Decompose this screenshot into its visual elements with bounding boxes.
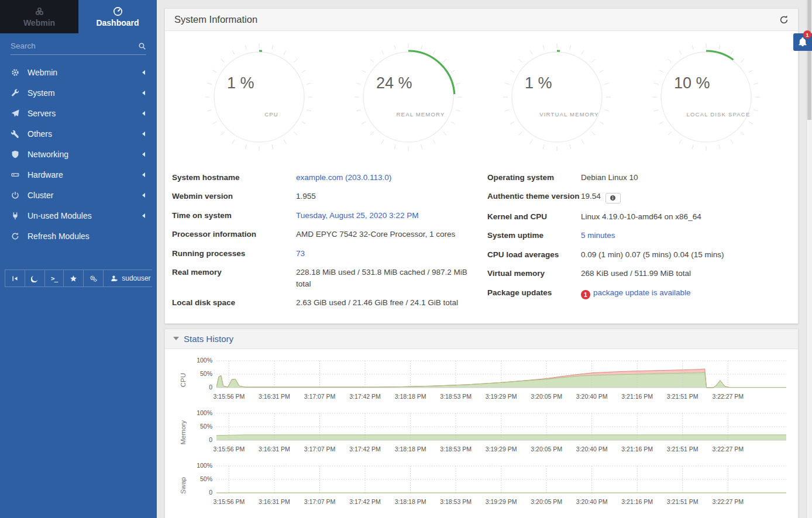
scrollbar[interactable] [806,0,812,518]
refresh-page-button[interactable] [779,15,789,25]
info-row-processor-information: Processor information AMD EPYC 7542 32-C… [172,225,471,244]
sidebar-toolbar: >_ sudouser [5,270,152,287]
search-input[interactable] [11,42,138,50]
favorites-button[interactable] [64,270,84,286]
caret-left-icon [140,193,145,198]
gauge-local-disk-space: 10 % LOCAL DISK SPACE [651,42,762,153]
sidebar-item-un-used-modules[interactable]: Un-used Modules [0,205,157,226]
stats-history-header[interactable]: Stats History [165,329,798,349]
x-tick-label: 3:22:27 PM [712,446,744,453]
info-row-real-memory: Real memory 228.18 MiB used / 531.8 MiB … [172,263,471,293]
info-label: Local disk space [172,297,296,309]
chart-axis-title: Memory [176,411,191,455]
sidebar-item-refresh-modules[interactable]: Refresh Modules [0,226,157,246]
sidebar-item-cluster[interactable]: Cluster [0,185,157,205]
stats-history-panel: Stats History CPU 100% 50% 0 3:15:56 PM3… [164,329,799,518]
x-tick-label: 3:21:51 PM [667,393,699,400]
x-tick-label: 3:18:18 PM [395,393,426,400]
y-tick-label: 0 [209,489,212,496]
y-tick-label: 100% [197,357,212,364]
sidebar-item-servers[interactable]: Servers [0,103,157,123]
theme-info-button[interactable] [605,193,621,203]
tab-webmin[interactable]: Webmin [0,0,78,33]
chart-swap: Swap 100% 50% 0 3:15:56 PM3:16:31 PM3:17… [176,464,786,507]
x-tick-label: 3:15:56 PM [214,393,245,400]
sidebar-item-system[interactable]: System [0,82,157,103]
info-label: System hostname [172,172,296,184]
chart-x-axis: 3:15:56 PM3:16:31 PM3:17:07 PM3:17:42 PM… [216,393,786,402]
x-tick-label: 3:20:05 PM [531,498,562,505]
info-column-right: Operating system Debian Linux 10 Authent… [487,168,786,313]
info-label: Processor information [172,229,296,240]
info-value-link[interactable]: package update is available [593,288,691,297]
caret-left-icon [140,70,145,75]
info-row-package-updates: Package updates 1package update is avail… [487,283,786,303]
caret-left-icon [140,111,145,116]
x-tick-label: 3:19:29 PM [486,393,517,400]
info-icon [610,195,616,201]
chart-y-axis: 100% 50% 0 [191,464,216,507]
page-title: System Information [174,14,779,25]
chart-y-axis: 100% 50% 0 [191,411,216,455]
x-tick-label: 3:15:56 PM [214,446,245,453]
gauge-value: 24 % [376,74,412,92]
x-tick-label: 3:17:42 PM [349,393,381,400]
info-value-link[interactable]: 73 [296,249,305,258]
user-button[interactable]: sudouser [104,270,158,286]
info-row-virtual-memory: Virtual memory 268 KiB used / 511.99 MiB… [487,264,786,284]
notifications-button[interactable]: 1 [793,33,812,51]
night-mode-button[interactable] [25,270,45,286]
x-tick-label: 3:20:40 PM [576,498,608,505]
collapse-sidebar-button[interactable] [5,270,25,286]
plug-icon [11,212,20,220]
chart-memory: Memory 100% 50% 0 3:15:56 PM3:16:31 PM3:… [176,411,786,455]
caret-left-icon [140,213,145,218]
info-value: 19.54 [581,192,601,201]
info-label: Real memory [172,267,296,289]
x-tick-label: 3:17:42 PM [349,446,381,453]
caret-left-icon [140,132,145,136]
chart-plot-area: 3:15:56 PM3:16:31 PM3:17:07 PM3:17:42 PM… [216,464,786,507]
sidebar-item-networking[interactable]: Networking [0,144,157,164]
info-row-webmin-version: Webmin version 1.955 [172,187,471,206]
info-label: Package updates [487,287,581,300]
chart-x-axis: 3:15:56 PM3:16:31 PM3:17:07 PM3:17:42 PM… [216,498,786,507]
gauge-cpu: 1 % CPU [204,42,315,153]
stats-history-title: Stats History [184,334,233,344]
x-tick-label: 3:22:27 PM [712,498,744,505]
info-value: 228.18 MiB used / 531.8 MiB cached / 987… [296,268,467,288]
info-row-kernel-and-cpu: Kernel and CPU Linux 4.19.0-10-amd64 on … [487,207,786,226]
info-label: Webmin version [172,191,296,202]
sidebar-item-webmin[interactable]: Webmin [0,62,157,82]
system-information-panel: System Information 1 % CPU 24 % REAL MEM… [164,8,799,324]
info-value-link[interactable]: example.com (203.0.113.0) [296,173,391,182]
refresh-icon [11,232,20,240]
main-content: 1 System Information 1 % CPU 24 % REAL M… [157,0,812,518]
info-row-cpu-load-averages: CPU load averages 0.09 (1 min) 0.07 (5 m… [487,245,786,264]
sidebar-item-label: Servers [27,109,140,118]
x-tick-label: 3:21:16 PM [621,446,653,453]
x-tick-label: 3:21:51 PM [667,498,699,505]
gauge-virtual-memory: 1 % VIRTUAL MEMORY [501,42,613,153]
sidebar-item-hardware[interactable]: Hardware [0,164,157,185]
theme-settings-button[interactable] [84,270,104,286]
chart-axis-title: CPU [176,358,191,402]
info-value-link[interactable]: Tuesday, August 25, 2020 3:22 PM [296,211,418,220]
info-value-link[interactable]: 5 minutes [581,231,615,240]
x-tick-label: 3:16:31 PM [259,446,290,453]
dashboard-gauge-icon [113,6,123,16]
x-tick-label: 3:17:42 PM [349,498,381,505]
tab-dashboard[interactable]: Dashboard [78,0,157,33]
username-label: sudouser [122,274,150,282]
terminal-button[interactable]: >_ [45,270,64,286]
gauge-label: LOCAL DISK SPACE [686,111,750,118]
info-row-running-processes: Running processes 73 [172,244,471,263]
stats-charts: CPU 100% 50% 0 3:15:56 PM3:16:31 PM3:17:… [165,349,798,518]
sidebar-item-others[interactable]: Others [0,123,157,144]
scrollbar-thumb[interactable] [807,0,811,120]
x-tick-label: 3:22:27 PM [712,393,744,400]
info-row-authentic-theme-version: Authentic theme version 19.54 [487,187,786,208]
y-tick-label: 50% [200,475,212,482]
info-value: AMD EPYC 7542 32-Core Processor, 1 cores [296,230,455,239]
chart-plot-area: 3:15:56 PM3:16:31 PM3:17:07 PM3:17:42 PM… [216,358,786,402]
